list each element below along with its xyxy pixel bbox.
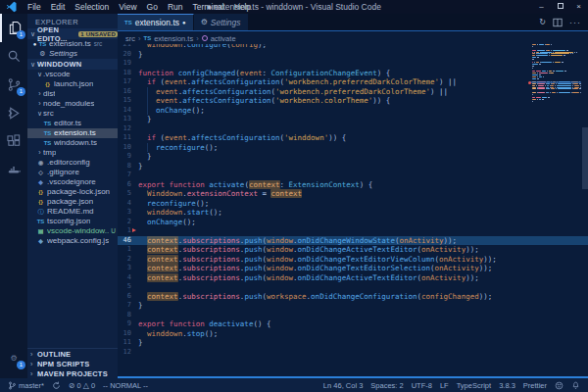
- code-line[interactable]: 12: [118, 348, 588, 358]
- menu-run[interactable]: Run: [163, 0, 188, 14]
- code-line[interactable]: 4 reconfigure();: [118, 199, 588, 209]
- breadcrumb-symbol[interactable]: activate: [211, 34, 236, 43]
- code-line[interactable]: 4 context.subscriptions.push(window.onDi…: [118, 273, 588, 283]
- indentation-status[interactable]: Spaces: 2: [370, 381, 403, 390]
- tree-item-package-json[interactable]: {}package.json: [27, 197, 118, 207]
- cursor-position-status[interactable]: Ln 46, Col 3: [323, 381, 363, 390]
- language-mode-status[interactable]: TypeScript: [457, 381, 491, 390]
- menu-help[interactable]: Help: [229, 0, 256, 14]
- notifications-button[interactable]: [571, 381, 580, 390]
- tree-item--editorconfig[interactable]: ◉.editorconfig: [27, 158, 118, 168]
- close-button[interactable]: ×: [569, 0, 588, 14]
- history-icon[interactable]: ↻: [539, 18, 546, 26]
- code-line[interactable]: 11 if (event.affectsConfiguration('windd…: [118, 133, 588, 143]
- code-line[interactable]: 8: [118, 311, 588, 320]
- eol-status[interactable]: LF: [440, 381, 449, 390]
- maximize-button[interactable]: [551, 0, 569, 14]
- section-outline[interactable]: ›OUTLINE: [27, 349, 118, 359]
- code-line[interactable]: 15 event.affectsConfiguration('workbench…: [118, 96, 588, 106]
- tree-item-tsconfig-json[interactable]: TStsconfig.json: [27, 217, 118, 226]
- menu-file[interactable]: File: [23, 0, 46, 14]
- activity-search-button[interactable]: [0, 42, 27, 71]
- sync-button[interactable]: [52, 381, 61, 390]
- code-line[interactable]: 20}: [118, 50, 588, 60]
- code-line[interactable]: 9export function deactivate() {: [118, 319, 588, 329]
- code-line[interactable]: 6export function activate(context: Exten…: [118, 180, 588, 190]
- code-line[interactable]: 8}: [118, 162, 588, 172]
- menu-view[interactable]: View: [114, 0, 141, 14]
- tree-item-vscode-winddow-[interactable]: ▤vscode-winddow..U: [27, 226, 118, 236]
- open-editor-item[interactable]: ●TSextension.tssrc: [27, 39, 118, 49]
- code-line[interactable]: 19: [118, 59, 588, 69]
- code-line[interactable]: 2 context.subscriptions.push(window.onDi…: [118, 255, 588, 265]
- code-line[interactable]: 9 }: [118, 152, 588, 162]
- tree-item-webpack-config-js[interactable]: ◈webpack.config.js: [27, 236, 118, 246]
- minimap[interactable]: [530, 44, 581, 376]
- code-line[interactable]: 17 if (event.affectsConfiguration('workb…: [118, 77, 588, 87]
- code-editor[interactable]: 21 winddown.configure(config);20}1918fun…: [118, 44, 588, 376]
- tree-item--vscodeignore[interactable]: ◆.vscodeignore: [27, 177, 118, 187]
- tab-settings[interactable]: ⚙ Settings: [194, 14, 249, 30]
- menu-go[interactable]: Go: [142, 0, 163, 14]
- tree-item-editor-ts[interactable]: TSeditor.ts: [27, 119, 118, 128]
- activity-explorer-button[interactable]: 1: [0, 14, 27, 42]
- project-header[interactable]: ∨ WINDDOWN: [27, 59, 118, 70]
- tree-item--vscode[interactable]: ∨.vscode: [27, 70, 118, 79]
- section-maven-projects[interactable]: ›MAVEN PROJECTS: [27, 368, 118, 378]
- code-line[interactable]: 1: [118, 226, 588, 236]
- formatter-status[interactable]: Prettier: [523, 381, 547, 390]
- code-line[interactable]: 2 onChange();: [118, 218, 588, 227]
- git-branch-status[interactable]: master*: [8, 381, 44, 390]
- tree-item-dist[interactable]: ›dist: [27, 89, 118, 99]
- code-line[interactable]: 13 }: [118, 115, 588, 124]
- code-line[interactable]: 11}: [118, 338, 588, 348]
- code-line[interactable]: 5 Winddown.extensionContext = context: [118, 189, 588, 199]
- code-line[interactable]: 7}: [118, 301, 588, 311]
- code-line[interactable]: 12: [118, 124, 588, 134]
- ts-version-status[interactable]: 3.8.3: [499, 381, 515, 390]
- code-line[interactable]: 5: [118, 282, 588, 292]
- tree-item-tmp[interactable]: ›tmp: [27, 148, 118, 158]
- problems-status[interactable]: ⊘ 0 △ 0: [69, 381, 95, 390]
- tree-item-src[interactable]: ∨src: [27, 109, 118, 119]
- split-editor-icon[interactable]: [553, 18, 563, 27]
- code-line[interactable]: 10 reconfigure();: [118, 143, 588, 153]
- code-line[interactable]: 7: [118, 171, 588, 180]
- minimize-button[interactable]: –: [532, 0, 551, 14]
- breadcrumb-folder[interactable]: src: [125, 34, 135, 43]
- open-editors-header[interactable]: ∨ OPEN EDITO... 1 UNSAVED: [27, 28, 118, 39]
- tree-item-node-modules[interactable]: ›node_modules: [27, 99, 118, 109]
- code-line-cursor[interactable]: 46 context.subscriptions.push(window.onD…: [118, 236, 588, 246]
- code-line[interactable]: 1 context.subscriptions.push(window.onDi…: [118, 245, 588, 255]
- menu-edit[interactable]: Edit: [46, 0, 71, 14]
- menu-terminal[interactable]: Terminal: [188, 0, 229, 14]
- section-npm-scripts[interactable]: ›NPM SCRIPTS: [27, 359, 118, 368]
- code-line[interactable]: 3 context.subscriptions.push(window.onDi…: [118, 264, 588, 273]
- encoding-status[interactable]: UTF-8: [412, 381, 432, 390]
- tab-extension-ts[interactable]: TS extension.ts ●: [118, 14, 194, 30]
- code-line[interactable]: 14 onChange();: [118, 106, 588, 116]
- tree-item--gitignore[interactable]: ◇.gitignore: [27, 168, 118, 177]
- activity-run-debug-button[interactable]: [0, 99, 27, 127]
- tree-item-extension-ts[interactable]: TSextension.ts: [27, 128, 118, 138]
- feedback-button[interactable]: [555, 381, 564, 390]
- code-line[interactable]: 10 winddown.stop();: [118, 329, 588, 339]
- line-number: 12: [118, 124, 131, 134]
- tree-item-readme-md[interactable]: ⓘREADME.md: [27, 207, 118, 217]
- activity-extensions-button[interactable]: [0, 127, 27, 156]
- tree-item-winddown-ts[interactable]: TSwinddown.ts: [27, 138, 118, 148]
- open-editor-item[interactable]: ⚙Settings: [27, 49, 118, 59]
- breadcrumb-file[interactable]: extension.ts: [154, 34, 193, 43]
- code-line[interactable]: 6 context.subscriptions.push(workspace.o…: [118, 292, 588, 302]
- tree-item-launch-json[interactable]: {}launch.json: [27, 79, 118, 89]
- code-line[interactable]: 16 event.affectsConfiguration('workbench…: [118, 87, 588, 97]
- code-line[interactable]: 18function configChanged(event: Configur…: [118, 69, 588, 78]
- activity-docker-button[interactable]: [0, 156, 27, 184]
- code-line[interactable]: 3 winddown.start();: [118, 208, 588, 218]
- tree-item-package-lock-json[interactable]: {}package-lock.json: [27, 187, 118, 197]
- editor-scrollbar[interactable]: [582, 127, 588, 189]
- activity-settings-button[interactable]: ⚙ 1: [0, 344, 27, 372]
- more-actions-icon[interactable]: ···: [569, 20, 581, 25]
- activity-source-control-button[interactable]: 1: [0, 71, 27, 99]
- menu-selection[interactable]: Selection: [70, 0, 114, 14]
